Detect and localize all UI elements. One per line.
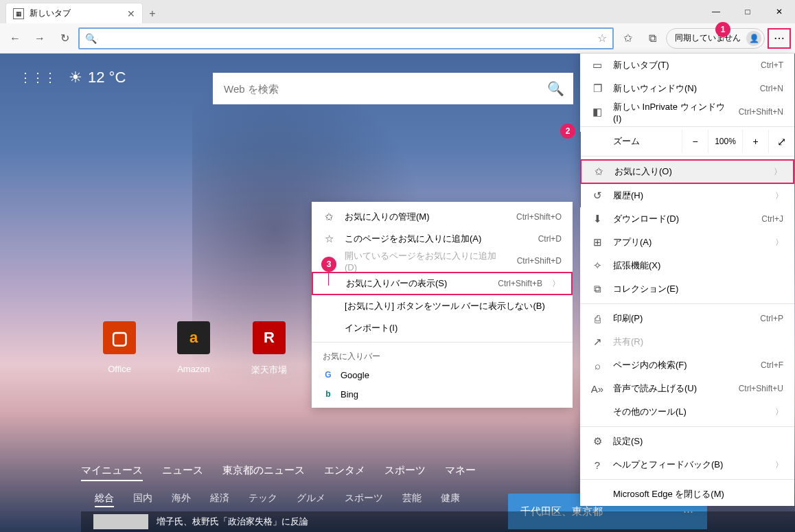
favorite-google[interactable]: G Google [312,365,573,384]
help-icon: ? [591,459,603,471]
settings-menu: ▭ 新しいタブ(T) Ctrl+T ❐ 新しいウィンドウ(N) Ctrl+N ◧… [580,54,794,506]
menu-separator [580,303,794,304]
newsnav-item[interactable]: 東京都のニュース [222,464,305,481]
bing-icon: b [323,389,334,400]
annotation-badge-2: 2 [560,124,575,139]
news-headline-row[interactable]: 増子氏、枝野氏「政治家失格」に反論 [81,511,795,532]
address-input[interactable] [102,33,592,44]
new-tab-button[interactable]: + [143,4,162,23]
annotation-badge-3: 3 [321,257,336,272]
subnav-item[interactable]: 国内 [133,492,152,507]
tab-strip: ▦ 新しいタブ ✕ + [0,0,162,23]
news-thumbnail [93,514,148,529]
zoom-controls: − 100% + ⤢ [682,130,794,153]
menu-zoom: ズーム − 100% + ⤢ [580,130,794,153]
chevron-right-icon: 〉 [775,190,783,202]
toolbar: ← → ↻ 🔍 ☆ ✩ ⧉ 同期していません 👤 ⋯ [0,23,795,54]
menu-extensions[interactable]: ✧ 拡張機能(X) [580,254,794,277]
window-controls: — □ ✕ [700,1,795,23]
favorites-icon: ✩ [323,211,335,223]
tab-close-icon[interactable]: ✕ [127,8,135,19]
quicklink-office[interactable]: ▢ Office [103,321,136,376]
collections-button[interactable]: ⧉ [641,27,663,49]
zoom-in-button[interactable]: + [742,130,768,153]
close-window-button[interactable]: ✕ [763,1,795,23]
forward-button[interactable]: → [29,27,51,49]
menu-collections[interactable]: ⧉ コレクション(E) [580,277,794,301]
submenu-add-page[interactable]: ☆ このページをお気に入りに追加(A) Ctrl+D [312,228,573,250]
chevron-right-icon: 〉 [775,459,783,471]
menu-apps[interactable]: ⊞ アプリ(A) 〉 [580,231,794,254]
web-search-box[interactable]: 🔍 [213,73,573,104]
web-search-input[interactable] [224,83,542,95]
more-menu-button[interactable]: ⋯ [768,28,791,49]
fullscreen-button[interactable]: ⤢ [768,130,794,153]
weather-icon: ☀ [69,69,82,86]
menu-favorites[interactable]: ✩ お気に入り(O) 〉 [580,159,794,184]
tab-title: 新しいタブ [30,8,71,19]
menu-close-edge[interactable]: Microsoft Edge を閉じる(M) [580,483,794,506]
temperature-label: 12 °C [88,69,126,86]
menu-history[interactable]: ↺ 履歴(H) 〉 [580,184,794,207]
subnav-item[interactable]: 総合 [95,492,114,507]
newsnav-item[interactable]: スポーツ [384,464,426,481]
find-icon: ⌕ [591,360,603,371]
apps-icon: ⊞ [591,236,603,248]
sync-status-label: 同期していません [675,32,741,44]
submenu-manage-favorites[interactable]: ✩ お気に入りの管理(M) Ctrl+Shift+O [312,206,573,228]
annotation-connector [328,272,329,286]
subnav-item[interactable]: テック [249,492,277,507]
subnav-item[interactable]: グルメ [297,492,325,507]
subnav-item[interactable]: スポーツ [345,492,383,507]
favorite-star-icon[interactable]: ☆ [597,32,607,45]
extensions-icon: ✧ [591,259,603,272]
maximize-button[interactable]: □ [732,1,763,23]
search-icon: 🔍 [85,33,97,44]
weather-widget[interactable]: ☀ 12 °C [69,69,126,86]
favorites-submenu: ✩ お気に入りの管理(M) Ctrl+Shift+O ☆ このページをお気に入り… [312,202,573,408]
subnav-item[interactable]: 芸能 [402,492,422,507]
menu-separator [580,426,794,427]
menu-downloads[interactable]: ⬇ ダウンロード(D) Ctrl+J [580,207,794,231]
submenu-import[interactable]: インポート(I) [312,317,573,339]
annotation-connector [580,132,581,207]
favorite-bing[interactable]: b Bing [312,384,573,404]
submenu-hide-favorites-button[interactable]: [お気に入り] ボタンをツール バーに表示しない(B) [312,295,573,317]
apps-grid-icon[interactable]: ⋮⋮⋮ [19,70,56,85]
minimize-button[interactable]: — [700,1,732,23]
back-button[interactable]: ← [4,27,26,49]
newsnav-item[interactable]: マネー [445,464,476,481]
chevron-right-icon: 〉 [775,406,783,418]
web-search-submit[interactable]: 🔍 [542,75,569,102]
submenu-show-favorites-bar[interactable]: お気に入りバーの表示(S) Ctrl+Shift+B 〉 [312,272,573,295]
menu-find[interactable]: ⌕ ページ内の検索(F) Ctrl+F [580,354,794,377]
menu-help[interactable]: ? ヘルプとフィードバック(B) 〉 [580,453,794,476]
newsnav-item[interactable]: エンタメ [324,464,365,481]
address-bar[interactable]: 🔍 ☆ [78,27,614,49]
submenu-add-open-pages: 開いているページをお気に入りに追加(D) Ctrl+Shift+D [312,250,573,272]
newsnav-item[interactable]: ニュース [162,464,203,481]
menu-read-aloud[interactable]: A» 音声で読み上げる(U) Ctrl+Shift+U [580,377,794,400]
menu-settings[interactable]: ⚙ 設定(S) [580,430,794,453]
menu-new-window[interactable]: ❐ 新しいウィンドウ(N) Ctrl+N [580,77,794,100]
star-add-icon: ☆ [323,233,335,245]
subnav-item[interactable]: 健康 [441,492,460,507]
subnav-item[interactable]: 海外 [172,492,191,507]
favorites-button[interactable]: ✩ [617,27,638,49]
quicklink-label: Office [108,364,131,374]
refresh-button[interactable]: ↻ [54,27,76,49]
menu-new-inprivate[interactable]: ◧ 新しい InPrivate ウィンドウ(I) Ctrl+Shift+N [580,100,794,124]
quicklink-amazon[interactable]: a Amazon [177,321,210,376]
menu-print[interactable]: ⎙ 印刷(P) Ctrl+P [580,307,794,330]
quicklink-rakuten[interactable]: R 楽天市場 [251,321,287,376]
subnav-item[interactable]: 経済 [210,492,229,507]
menu-separator [580,479,794,480]
menu-new-tab[interactable]: ▭ 新しいタブ(T) Ctrl+T [580,54,794,77]
menu-more-tools[interactable]: その他のツール(L) 〉 [580,400,794,424]
inprivate-icon: ◧ [591,106,603,118]
menu-separator [580,126,794,127]
tab-newtab[interactable]: ▦ 新しいタブ ✕ [5,3,143,23]
zoom-out-button[interactable]: − [682,130,708,153]
newsnav-item[interactable]: マイニュース [81,464,143,481]
quicklink-label: 楽天市場 [251,364,287,376]
